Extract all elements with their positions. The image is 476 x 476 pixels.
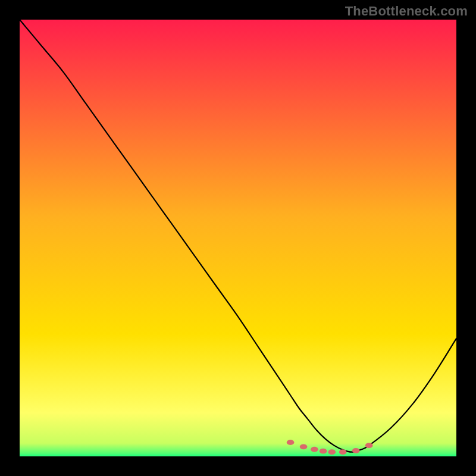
gradient-background [20, 20, 456, 456]
marker-dot [300, 444, 308, 449]
marker-dot [328, 449, 336, 455]
baseline-strip [20, 455, 456, 456]
watermark-text: TheBottleneck.com [345, 4, 468, 19]
plot-area [20, 20, 456, 456]
marker-dot [311, 447, 318, 452]
marker-dot [320, 449, 327, 454]
marker-dot [339, 449, 347, 455]
plot-svg [20, 20, 456, 456]
marker-dot [287, 440, 295, 445]
marker-dot [365, 443, 373, 448]
chart-frame: TheBottleneck.com [0, 0, 476, 476]
marker-dot [352, 448, 360, 453]
